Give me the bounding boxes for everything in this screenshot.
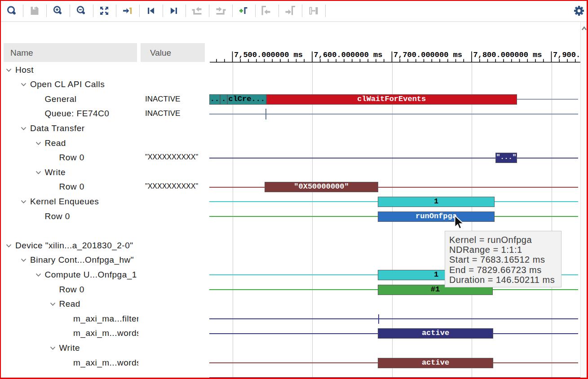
svg-text:7,600.000000 ms: 7,600.000000 ms [314, 51, 383, 59]
svg-text:7,700.000000 ms: 7,700.000000 ms [393, 51, 462, 59]
svg-text:7,800.000000 ms: 7,800.000000 ms [473, 51, 542, 59]
svg-text:7,500.000000 ms: 7,500.000000 ms [234, 51, 303, 59]
